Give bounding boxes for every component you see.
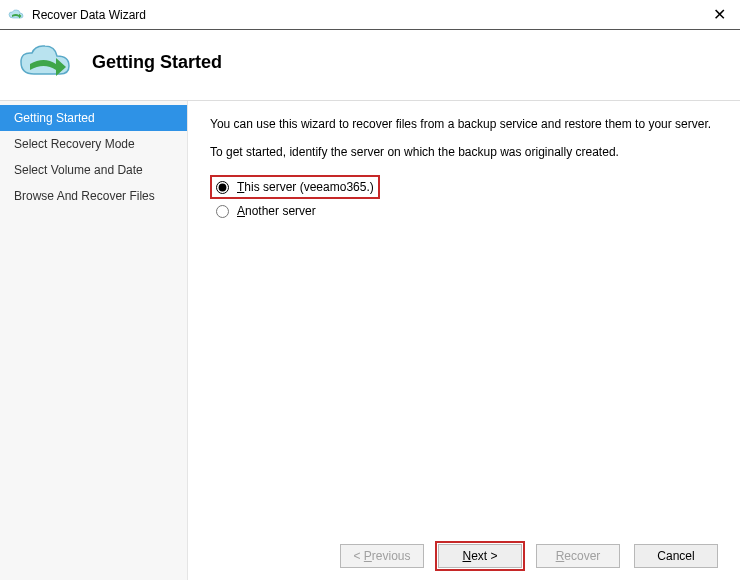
main-panel: You can use this wizard to recover files… (188, 101, 740, 580)
intro-text: You can use this wizard to recover files… (210, 117, 718, 131)
server-option-label-1: Another server (237, 204, 316, 218)
window-title: Recover Data Wizard (32, 8, 707, 22)
app-cloud-icon (8, 7, 24, 23)
previous-button: < Previous (340, 544, 424, 568)
sidebar-step-1[interactable]: Select Recovery Mode (0, 131, 187, 157)
sidebar: Getting StartedSelect Recovery ModeSelec… (0, 101, 188, 580)
server-option-radio-0[interactable] (216, 181, 229, 194)
instruction-text: To get started, identify the server on w… (210, 145, 718, 159)
recover-button: Recover (536, 544, 620, 568)
wizard-header: Getting Started (0, 30, 740, 100)
server-radio-group: This server (veeamo365.)Another server (210, 175, 718, 223)
server-option-label-0: This server (veeamo365.) (237, 180, 374, 194)
titlebar: Recover Data Wizard ✕ (0, 0, 740, 30)
sidebar-step-2[interactable]: Select Volume and Date (0, 157, 187, 183)
next-button[interactable]: Next > (438, 544, 522, 568)
server-option-1[interactable]: Another server (210, 199, 322, 223)
server-option-radio-1[interactable] (216, 205, 229, 218)
header-cloud-icon (18, 42, 74, 82)
cancel-button[interactable]: Cancel (634, 544, 718, 568)
server-option-0[interactable]: This server (veeamo365.) (210, 175, 380, 199)
page-title: Getting Started (92, 52, 222, 73)
sidebar-step-3[interactable]: Browse And Recover Files (0, 183, 187, 209)
wizard-body: Getting StartedSelect Recovery ModeSelec… (0, 100, 740, 580)
sidebar-step-0[interactable]: Getting Started (0, 105, 187, 131)
close-icon[interactable]: ✕ (707, 7, 732, 23)
wizard-footer: < PreviousNext >RecoverCancel (340, 544, 718, 568)
